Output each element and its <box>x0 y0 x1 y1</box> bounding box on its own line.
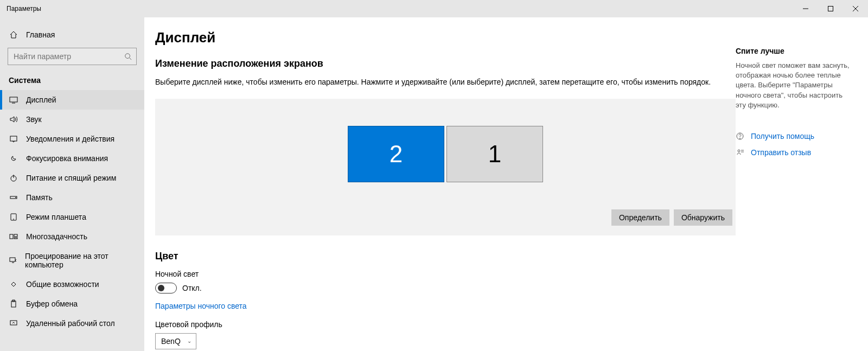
help-icon <box>736 132 744 141</box>
identify-button[interactable]: Определить <box>611 209 669 226</box>
get-help-link[interactable]: Получить помощь <box>736 132 850 141</box>
clipboard-icon <box>9 299 18 308</box>
sidebar-item-label: Буфер обмена <box>26 299 78 308</box>
svg-rect-19 <box>11 301 16 307</box>
monitor-2[interactable]: 2 <box>348 126 444 182</box>
window-title: Параметры <box>7 5 41 12</box>
tablet-icon <box>9 213 18 221</box>
sidebar-item-multitask[interactable]: Многозадачность <box>0 227 144 246</box>
sleep-better-text: Ночной свет поможет вам заснуть, отображ… <box>736 61 850 110</box>
sidebar-item-focus[interactable]: Фокусировка внимания <box>0 149 144 168</box>
svg-rect-21 <box>10 321 17 325</box>
home-button[interactable]: Главная <box>0 25 144 44</box>
search-icon <box>120 53 136 60</box>
remote-icon <box>9 319 18 328</box>
display-icon <box>9 95 18 104</box>
titlebar: Параметры <box>0 0 868 17</box>
svg-rect-16 <box>14 234 17 237</box>
svg-rect-18 <box>10 258 15 261</box>
sidebar-item-shared[interactable]: Общие возможности <box>0 275 144 294</box>
sidebar-item-label: Память <box>26 193 53 202</box>
svg-rect-17 <box>14 238 17 239</box>
sidebar-item-label: Звук <box>26 115 42 124</box>
svg-rect-15 <box>10 234 13 239</box>
toggle-knob <box>158 285 164 291</box>
power-icon <box>9 174 18 182</box>
svg-point-4 <box>125 54 130 59</box>
sidebar-item-notifications[interactable]: Уведомления и действия <box>0 129 144 149</box>
svg-rect-6 <box>10 97 17 102</box>
maximize-button[interactable] <box>818 0 843 17</box>
night-light-settings-link[interactable]: Параметры ночного света <box>155 302 247 310</box>
home-icon <box>9 30 18 39</box>
color-profile-label: Цветовой профиль <box>155 320 736 329</box>
chevron-down-icon: ⌄ <box>187 338 192 344</box>
sidebar-item-power[interactable]: Питание и спящий режим <box>0 168 144 188</box>
main-content: Дисплей Изменение расположения экранов В… <box>155 29 736 351</box>
sidebar-item-label: Дисплей <box>26 95 56 104</box>
svg-line-5 <box>130 58 132 60</box>
sidebar-nav: Дисплей Звук Уведомления и действия Фоку… <box>0 90 144 351</box>
sidebar-section-title: Система <box>0 72 144 90</box>
sidebar-item-label: Проецирование на этот компьютер <box>25 252 136 269</box>
sidebar: Главная Система Дисплей Звук Уведом <box>0 17 144 351</box>
project-icon <box>9 256 17 265</box>
window-controls <box>793 0 868 17</box>
color-profile-value: BenQ <box>161 337 181 346</box>
search-input[interactable] <box>8 52 120 61</box>
sidebar-item-label: Удаленный рабочий стол <box>26 319 115 328</box>
svg-point-12 <box>16 197 16 198</box>
minimize-button[interactable] <box>793 0 818 17</box>
arrange-heading: Изменение расположения экранов <box>155 58 736 69</box>
toggle-state-label: Откл. <box>182 284 202 292</box>
sidebar-item-label: Многозадачность <box>26 232 87 241</box>
sidebar-item-label: Общие возможности <box>26 280 99 289</box>
feedback-label: Отправить отзыв <box>751 148 811 157</box>
feedback-icon <box>736 148 744 157</box>
sidebar-item-label: Уведомления и действия <box>26 135 114 143</box>
focus-icon <box>9 154 18 163</box>
svg-point-23 <box>740 138 741 138</box>
search-box[interactable] <box>8 48 137 65</box>
arrange-description: Выберите дисплей ниже, чтобы изменить ег… <box>155 77 736 88</box>
svg-rect-8 <box>10 136 17 141</box>
sidebar-item-project[interactable]: Проецирование на этот компьютер <box>0 246 144 275</box>
color-heading: Цвет <box>155 251 736 262</box>
multitask-icon <box>9 232 18 241</box>
detect-button[interactable]: Обнаружить <box>674 209 732 226</box>
storage-icon <box>9 193 18 202</box>
sidebar-item-remote[interactable]: Удаленный рабочий стол <box>0 314 144 333</box>
monitor-1[interactable]: 1 <box>446 126 543 182</box>
feedback-link[interactable]: Отправить отзыв <box>736 148 850 157</box>
sidebar-item-storage[interactable]: Память <box>0 188 144 207</box>
sidebar-item-clipboard[interactable]: Буфер обмена <box>0 294 144 314</box>
notifications-icon <box>9 135 18 143</box>
night-light-toggle[interactable] <box>155 283 177 293</box>
svg-rect-1 <box>828 7 833 11</box>
sidebar-item-tablet[interactable]: Режим планшета <box>0 207 144 227</box>
right-pane: Спите лучше Ночной свет поможет вам засн… <box>736 29 860 351</box>
sidebar-item-sound[interactable]: Звук <box>0 110 144 129</box>
sidebar-item-display[interactable]: Дисплей <box>0 90 144 110</box>
color-profile-select[interactable]: BenQ ⌄ <box>155 333 196 349</box>
page-title: Дисплей <box>155 29 736 46</box>
svg-point-24 <box>738 150 740 152</box>
get-help-label: Получить помощь <box>751 132 814 141</box>
shared-icon <box>9 280 18 289</box>
night-light-label: Ночной свет <box>155 270 736 278</box>
sidebar-item-label: Фокусировка внимания <box>26 154 108 163</box>
display-arrangement: 2 1 Определить Обнаружить <box>155 99 736 235</box>
sidebar-item-label: Режим планшета <box>26 213 86 221</box>
sound-icon <box>9 115 18 124</box>
sidebar-item-label: Питание и спящий режим <box>26 174 116 182</box>
close-button[interactable] <box>843 0 868 17</box>
home-label: Главная <box>26 30 55 39</box>
sleep-better-heading: Спите лучше <box>736 47 850 55</box>
